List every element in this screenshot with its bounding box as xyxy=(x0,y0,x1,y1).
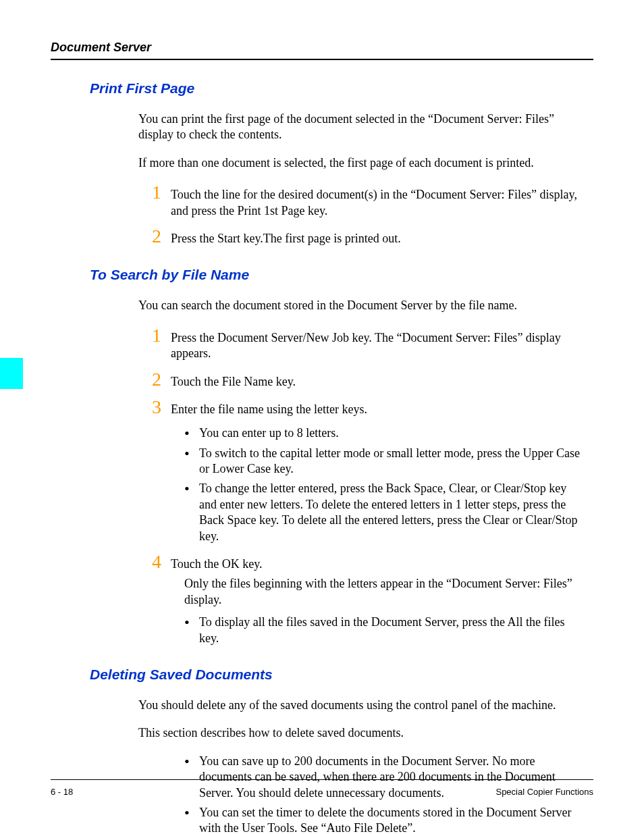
paragraph: You should delete any of the saved docum… xyxy=(138,698,587,713)
step-item: 2 Press the Start key.The first page is … xyxy=(152,227,587,246)
section-heading-deleting-saved-documents: Deleting Saved Documents xyxy=(90,667,593,683)
step-number: 4 xyxy=(152,552,171,571)
step-text: Touch the OK key. xyxy=(171,552,587,572)
page-header: Document Server xyxy=(51,41,593,60)
step-text: Press the Document Server/New Job key. T… xyxy=(171,326,587,362)
step-item: 1 Press the Document Server/New Job key.… xyxy=(152,326,587,362)
document-page: Document Server Print First Page You can… xyxy=(0,0,644,834)
footer-section-title: Special Copier Functions xyxy=(495,787,593,797)
section-heading-print-first-page: Print First Page xyxy=(90,80,593,97)
step-item: 4 Touch the OK key. xyxy=(152,552,587,572)
step-extra-text: Only the files beginning with the letter… xyxy=(184,576,587,608)
step-list: 1 Touch the line for the desired documen… xyxy=(152,183,587,246)
side-tab xyxy=(0,358,23,389)
bullet-item: To change the letter entered, press the … xyxy=(184,481,587,544)
step-number: 3 xyxy=(152,398,171,417)
section-body-print-first-page: You can print the first page of the docu… xyxy=(138,111,587,246)
step-text: Touch the line for the desired document(… xyxy=(171,183,587,219)
bullet-item: You can enter up to 8 letters. xyxy=(184,425,587,441)
bullet-item: To display all the files saved in the Do… xyxy=(184,615,587,646)
paragraph: If more than one document is selected, t… xyxy=(138,155,587,171)
bullet-list: To display all the files saved in the Do… xyxy=(184,615,587,646)
step-text: Enter the file name using the letter key… xyxy=(171,398,587,417)
step-number: 2 xyxy=(152,227,171,246)
step-item: 3 Enter the file name using the letter k… xyxy=(152,398,587,417)
section-heading-search-by-file-name: To Search by File Name xyxy=(90,267,593,283)
bullet-item: You can set the timer to delete the docu… xyxy=(184,805,587,834)
step-number: 2 xyxy=(152,370,171,389)
step-item: 1 Touch the line for the desired documen… xyxy=(152,183,587,219)
paragraph: You can search the document stored in th… xyxy=(138,298,587,313)
step-item: 2 Touch the File Name key. xyxy=(152,370,587,390)
paragraph: This section describes how to delete sav… xyxy=(138,725,587,741)
footer-page-number: 6 - 18 xyxy=(51,787,73,797)
step-number: 1 xyxy=(152,326,171,345)
step-list: 1 Press the Document Server/New Job key.… xyxy=(152,326,587,646)
step-number: 1 xyxy=(152,183,171,202)
section-body-deleting-saved-documents: You should delete any of the saved docum… xyxy=(138,698,587,834)
bullet-list: You can enter up to 8 letters. To switch… xyxy=(184,425,587,544)
bullet-item: To switch to the capital letter mode or … xyxy=(184,446,587,477)
step-text: Press the Start key.The first page is pr… xyxy=(171,227,587,246)
page-footer: 6 - 18 Special Copier Functions xyxy=(51,779,593,797)
paragraph: You can print the first page of the docu… xyxy=(138,111,587,143)
section-body-search-by-file-name: You can search the document stored in th… xyxy=(138,298,587,646)
step-text: Touch the File Name key. xyxy=(171,370,587,390)
